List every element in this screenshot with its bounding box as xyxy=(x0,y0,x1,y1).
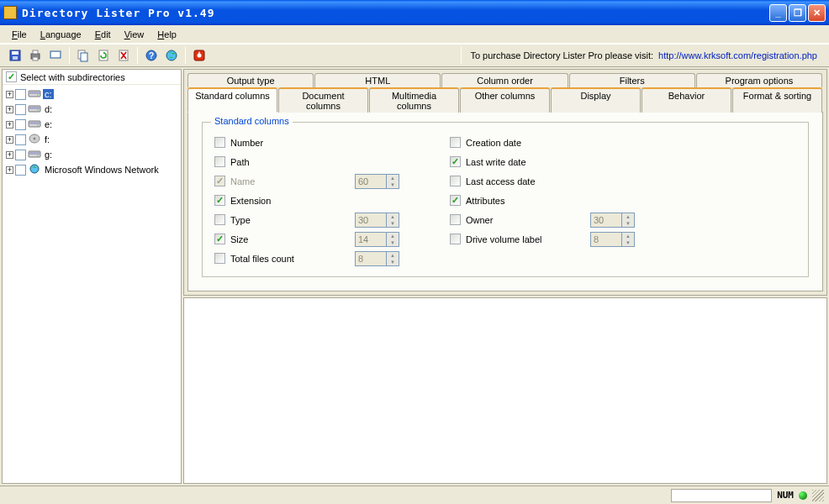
preview-icon[interactable] xyxy=(46,46,65,65)
tab-column-order[interactable]: Column order xyxy=(441,73,568,87)
globe-icon[interactable] xyxy=(162,46,181,65)
resize-grip[interactable] xyxy=(812,490,824,501)
spin-down-icon[interactable]: ▼ xyxy=(387,220,399,227)
expand-icon[interactable]: + xyxy=(6,166,13,174)
spin-up-icon[interactable]: ▲ xyxy=(622,213,634,220)
help-icon[interactable]: ? xyxy=(142,46,161,65)
spin-down-icon[interactable]: ▼ xyxy=(387,259,399,265)
tree-item-g[interactable]: +g: xyxy=(6,147,177,162)
spin-down-icon[interactable]: ▼ xyxy=(622,239,634,246)
tree-item-f[interactable]: +f: xyxy=(6,132,177,147)
tree-label[interactable]: c: xyxy=(43,89,54,99)
tab-behavior[interactable]: Behavior xyxy=(642,87,731,113)
tab-format-sorting[interactable]: Format & sorting xyxy=(732,87,822,113)
purchase-link[interactable]: http://www.krksoft.com/registration.php xyxy=(658,50,817,60)
volume-spin-input[interactable] xyxy=(590,232,622,247)
tabs-panel: Output typeHTMLColumn orderFiltersProgra… xyxy=(183,69,827,296)
menu-view[interactable]: View xyxy=(118,28,151,41)
tab-document-columns[interactable]: Document columns xyxy=(278,87,368,113)
save-icon[interactable] xyxy=(6,46,24,65)
total-checkbox[interactable] xyxy=(214,253,225,264)
spin-up-icon[interactable]: ▲ xyxy=(387,175,399,181)
size-checkbox[interactable] xyxy=(214,234,225,244)
total-spin-input[interactable] xyxy=(355,251,387,266)
tab-program-options[interactable]: Program options xyxy=(696,73,822,87)
tree-checkbox[interactable] xyxy=(15,134,26,145)
print-icon[interactable] xyxy=(26,46,45,65)
tab-other-columns[interactable]: Other columns xyxy=(460,87,550,113)
tree-label[interactable]: g: xyxy=(43,150,54,160)
tree-checkbox[interactable] xyxy=(15,89,26,100)
refresh-icon[interactable] xyxy=(94,46,113,65)
spin-up-icon[interactable]: ▲ xyxy=(387,233,399,239)
svg-point-16 xyxy=(166,50,177,60)
type-spin-input[interactable] xyxy=(355,213,387,228)
tree-label[interactable]: d: xyxy=(43,104,54,114)
minimize-button[interactable]: _ xyxy=(769,4,787,22)
attributes-label: Attributes xyxy=(466,196,504,206)
volume-spinner[interactable]: ▲▼ xyxy=(590,232,635,247)
size-spin-input[interactable] xyxy=(355,232,387,247)
tree-checkbox[interactable] xyxy=(15,119,26,130)
tree-item-d[interactable]: +d: xyxy=(6,102,177,117)
select-subdirs-checkbox[interactable] xyxy=(6,71,17,82)
type-spinner[interactable]: ▲▼ xyxy=(355,213,399,228)
expand-icon[interactable]: + xyxy=(6,121,13,129)
copy-icon[interactable] xyxy=(74,46,92,65)
spin-up-icon[interactable]: ▲ xyxy=(387,252,399,259)
lastwrite-label: Last write date xyxy=(466,157,526,167)
tab-multimedia-columns[interactable]: Multimedia columns xyxy=(369,87,459,113)
expand-icon[interactable]: + xyxy=(6,91,13,98)
tree-label[interactable]: f: xyxy=(43,134,51,144)
creation-checkbox[interactable] xyxy=(450,137,461,148)
tab-filters[interactable]: Filters xyxy=(569,73,695,87)
tree-checkbox[interactable] xyxy=(15,165,26,176)
lastaccess-checkbox[interactable] xyxy=(450,176,461,186)
tree-item-c[interactable]: +c: xyxy=(6,87,177,102)
tab-output-type[interactable]: Output type xyxy=(187,73,314,87)
tree-label[interactable]: Microsoft Windows Network xyxy=(43,165,161,175)
field-lastaccess: Last access date xyxy=(450,171,635,191)
menu-language[interactable]: Language xyxy=(34,28,88,41)
expand-icon[interactable]: + xyxy=(6,136,13,144)
tree-item-MicrosoftWindowsNetwork[interactable]: +Microsoft Windows Network xyxy=(6,162,177,177)
tree-checkbox[interactable] xyxy=(15,104,26,115)
spin-up-icon[interactable]: ▲ xyxy=(387,213,399,220)
svg-rect-32 xyxy=(29,152,40,155)
close-button[interactable]: ✕ xyxy=(808,4,826,22)
extension-checkbox[interactable] xyxy=(214,195,225,206)
spin-up-icon[interactable]: ▲ xyxy=(622,233,634,239)
tree-label[interactable]: e: xyxy=(43,119,54,129)
type-checkbox[interactable] xyxy=(214,214,225,225)
maximize-button[interactable]: ❐ xyxy=(789,4,806,22)
name-label: Name xyxy=(230,176,255,186)
expand-icon[interactable]: + xyxy=(6,106,13,113)
menu-edit[interactable]: Edit xyxy=(88,28,118,41)
number-checkbox[interactable] xyxy=(214,137,225,148)
owner-checkbox[interactable] xyxy=(450,214,461,225)
total-spinner[interactable]: ▲▼ xyxy=(355,251,399,266)
owner-spinner[interactable]: ▲▼ xyxy=(590,213,635,228)
lastwrite-checkbox[interactable] xyxy=(450,156,461,167)
menu-file[interactable]: File xyxy=(5,28,34,41)
name-spin-input[interactable] xyxy=(355,174,387,189)
attributes-checkbox[interactable] xyxy=(450,195,461,206)
tab-standard-columns[interactable]: Standard columns xyxy=(187,87,277,113)
menu-help[interactable]: Help xyxy=(150,28,183,41)
tab-display[interactable]: Display xyxy=(551,87,641,113)
stop-icon[interactable] xyxy=(190,46,209,65)
tab-html[interactable]: HTML xyxy=(314,73,441,87)
name-spinner[interactable]: ▲▼ xyxy=(355,174,399,189)
spin-down-icon[interactable]: ▼ xyxy=(387,181,399,188)
field-type: Type▲▼ xyxy=(214,210,399,229)
expand-icon[interactable]: + xyxy=(6,151,13,159)
path-checkbox[interactable] xyxy=(214,156,225,167)
spin-down-icon[interactable]: ▼ xyxy=(387,239,399,246)
tree-item-e[interactable]: +e: xyxy=(6,117,177,132)
spin-down-icon[interactable]: ▼ xyxy=(622,220,634,227)
volume-checkbox[interactable] xyxy=(450,234,461,244)
size-spinner[interactable]: ▲▼ xyxy=(355,232,399,247)
owner-spin-input[interactable] xyxy=(590,213,622,228)
delete-icon[interactable] xyxy=(114,46,133,65)
tree-checkbox[interactable] xyxy=(15,150,26,160)
